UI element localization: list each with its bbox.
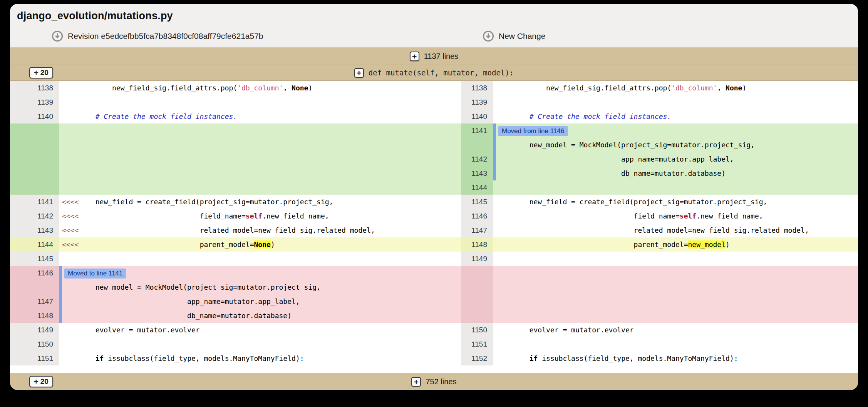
code-line [59,138,461,152]
code-line: <<<< related_model=new_field_sig.related… [59,223,461,237]
right-revision-label: New Change [499,32,545,41]
code-line: if issubclass(field_type, models.ManyToM… [59,351,461,365]
moved-marker: <<<< [62,212,79,220]
line-number-cell[interactable] [10,166,59,180]
code-line [59,152,461,166]
line-number-cell[interactable]: 1139 [10,95,59,109]
line-number-cell[interactable]: 1140 [461,109,493,123]
code-line [493,252,858,266]
revision-collapse-icon[interactable] [52,30,63,42]
code-line: if issubclass(field_type, models.ManyToM… [493,351,858,365]
code-line: app_name=mutator.app_label, [493,152,858,166]
code-line: app_name=mutator.app_label, [59,294,461,309]
code-line [59,252,461,266]
collapsed-lines-count-bottom: 752 lines [426,377,456,386]
code-line: new_field_sig.field_attrs.pop('db_column… [59,81,461,95]
line-number-cell[interactable] [10,180,59,195]
line-number-cell[interactable] [461,138,493,152]
code-line: <<<< parent_model=None) [59,237,461,252]
line-number-cell[interactable]: 1145 [461,195,493,209]
diff-viewer-panel: django_evolution/mutations.py Revision e… [10,4,858,390]
line-number-cell[interactable]: 1152 [461,351,493,365]
line-number-cell[interactable]: 1141 [10,195,59,209]
line-number-cell[interactable]: 1138 [10,81,59,95]
line-number-cell[interactable]: 1138 [461,81,493,95]
moved-badge[interactable]: Moved from line 1146 [498,126,568,136]
code-line: evolver = mutator.evolver [59,323,461,337]
line-number-cell[interactable] [10,280,59,294]
code-line: # Create the mock field instances. [493,109,858,123]
plus-icon: + [34,378,39,385]
code-line: db_name=mutator.database) [59,309,461,323]
line-number-cell[interactable] [461,294,493,309]
code-line [493,95,858,109]
expand-function-button[interactable]: + [354,68,364,78]
code-line: new_field_sig.field_attrs.pop('db_column… [493,81,858,95]
right-revision: New Change [461,30,858,42]
line-number-cell[interactable] [461,309,493,323]
expand-20-lines-above-button[interactable]: +20 [29,67,53,78]
line-number-cell[interactable] [10,138,59,152]
line-number-cell[interactable]: 1148 [461,237,493,252]
code-line: Moved from line 1146 [493,123,858,138]
line-number-cell[interactable]: 1142 [10,209,59,223]
moved-badge[interactable]: Moved to line 1141 [64,269,126,279]
moved-marker: <<<< [62,240,79,249]
line-number-cell[interactable]: 1149 [10,323,59,337]
code-line: <<<< field_name=self.new_field_name, [59,209,461,223]
line-number-cell[interactable]: 1146 [10,266,59,280]
code-line: new_model = MockModel(project_sig=mutato… [59,280,461,294]
line-number-cell[interactable]: 1143 [461,166,493,180]
line-number-cell[interactable]: 1140 [10,109,59,123]
collapsed-region-context: +20 + def mutate(self, mutator, model): [10,65,858,81]
line-number-cell[interactable]: 1148 [10,309,59,323]
line-number-cell[interactable]: 1151 [461,337,493,351]
revision-row: Revision e5edcefbb5fca7b8348f0cf08aff79c… [10,30,858,42]
code-line [59,95,461,109]
code-line [493,309,858,323]
code-line: related_model=new_field_sig.related_mode… [493,223,858,237]
line-number-cell[interactable]: 1150 [461,323,493,337]
line-number-cell[interactable]: 1147 [10,294,59,309]
line-number-cell[interactable]: 1141 [461,123,493,138]
code-line [493,266,858,280]
expand-all-lines-button[interactable]: + [410,52,419,61]
file-title: django_evolution/mutations.py [10,10,858,22]
moved-marker: <<<< [62,198,79,206]
line-number-cell[interactable] [461,266,493,280]
line-number-cell[interactable]: 1147 [461,223,493,237]
collapsed-region-top: + 1137 lines [10,48,858,65]
code-line [59,337,461,351]
code-line: field_name=self.new_field_name, [493,209,858,223]
line-number-cell[interactable]: 1142 [461,152,493,166]
line-number-cell[interactable]: 1143 [10,223,59,237]
file-header: django_evolution/mutations.py Revision e… [10,4,858,48]
line-number-cell[interactable]: 1145 [10,252,59,266]
code-line [493,337,858,351]
left-revision-label: Revision e5edcefbb5fca7b8348f0cf08aff79c… [68,32,263,41]
code-line [59,166,461,180]
line-number-cell[interactable]: 1149 [461,252,493,266]
line-number-cell[interactable] [461,280,493,294]
collapsed-lines-count: 1137 lines [424,52,459,61]
revision-collapse-icon[interactable] [483,30,494,42]
line-number-cell[interactable]: 1139 [461,95,493,109]
code-line: new_field = create_field(project_sig=mut… [493,195,858,209]
code-line [59,180,461,195]
code-line: db_name=mutator.database) [493,166,858,180]
line-number-cell[interactable]: 1151 [10,351,59,365]
line-number-cell[interactable]: 1144 [461,180,493,195]
code-line [493,280,858,294]
code-line: parent_model=new_model) [493,237,858,252]
expand-20-lines-below-button[interactable]: +20 [29,376,53,387]
code-line: Moved to line 1141 [59,266,461,280]
line-number-cell[interactable]: 1150 [10,337,59,351]
line-number-cell[interactable]: 1146 [461,209,493,223]
line-number-cell[interactable] [10,123,59,138]
code-line: <<<< new_field = create_field(project_si… [59,195,461,209]
code-line [59,123,461,138]
expand-bottom-lines-button[interactable]: + [411,377,421,387]
code-line: # Create the mock field instances. [59,109,461,123]
line-number-cell[interactable]: 1144 [10,237,59,252]
line-number-cell[interactable] [10,152,59,166]
